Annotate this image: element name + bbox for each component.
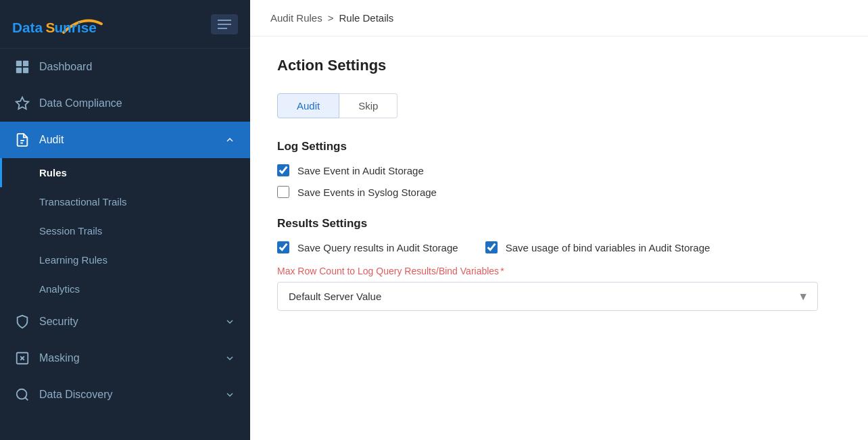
chevron-down-icon-masking	[224, 353, 235, 364]
chevron-down-icon-discovery	[224, 389, 235, 400]
sidebar-item-data-compliance[interactable]: Data Compliance	[0, 85, 250, 122]
sidebar: Data S unrise Dashboard Data Compliance …	[0, 0, 250, 440]
svg-point-13	[17, 389, 27, 399]
select-wrapper: Default Server Value ▼	[277, 282, 818, 311]
max-row-count-label: Max Row Count to Log Query Results/Bind …	[277, 266, 841, 276]
page-title: Action Settings	[277, 57, 841, 74]
save-query-results-checkbox[interactable]	[277, 241, 289, 253]
breadcrumb-current: Rule Details	[339, 12, 393, 24]
file-icon	[15, 132, 30, 147]
save-events-syslog-checkbox[interactable]	[277, 186, 289, 198]
sidebar-subitem-session-trails[interactable]: Session Trails	[0, 216, 250, 245]
breadcrumb-separator: >	[328, 12, 334, 24]
field-label-text: Max Row Count to Log Query Results/Bind …	[277, 266, 499, 276]
sidebar-subitem-analytics-label: Analytics	[39, 283, 80, 295]
svg-rect-3	[16, 61, 22, 66]
sidebar-item-security[interactable]: Security	[0, 303, 250, 340]
svg-text:unrise: unrise	[54, 20, 96, 35]
svg-text:S: S	[46, 20, 55, 35]
sidebar-subitem-learning-rules-label: Learning Rules	[39, 254, 107, 266]
save-event-audit-checkbox[interactable]	[277, 164, 289, 176]
sidebar-item-data-discovery[interactable]: Data Discovery	[0, 376, 250, 413]
svg-line-14	[25, 397, 28, 400]
sidebar-subitem-analytics[interactable]: Analytics	[0, 274, 250, 303]
sidebar-subitem-rules-label: Rules	[39, 167, 67, 178]
save-event-audit-label: Save Event in Audit Storage	[297, 165, 424, 176]
sidebar-item-data-compliance-label: Data Compliance	[39, 97, 122, 109]
max-row-count-select[interactable]: Default Server Value	[277, 282, 818, 311]
checkbox-row-syslog-storage: Save Events in Syslog Storage	[277, 186, 841, 198]
masking-icon	[15, 351, 30, 366]
hamburger-button[interactable]	[211, 14, 238, 34]
tab-skip[interactable]: Skip	[339, 93, 397, 118]
results-settings-group: Results Settings Save Query results in A…	[277, 217, 841, 311]
content-area: Action Settings Audit Skip Log Settings …	[250, 36, 868, 350]
chevron-up-icon	[224, 135, 235, 145]
search-icon	[15, 387, 30, 402]
sidebar-header: Data S unrise	[0, 0, 250, 49]
logo: Data S unrise	[12, 11, 120, 38]
sidebar-item-masking-label: Masking	[39, 352, 80, 364]
chevron-down-icon	[224, 316, 235, 327]
sidebar-item-dashboard[interactable]: Dashboard	[0, 49, 250, 85]
sidebar-subitem-transactional-trails[interactable]: Transactional Trails	[0, 187, 250, 216]
svg-rect-4	[23, 61, 28, 66]
svg-rect-5	[16, 68, 22, 73]
action-tabs: Audit Skip	[277, 93, 841, 118]
sidebar-item-audit[interactable]: Audit	[0, 122, 250, 158]
sidebar-item-dashboard-label: Dashboard	[39, 61, 92, 73]
sidebar-item-data-discovery-label: Data Discovery	[39, 389, 112, 401]
svg-text:Data: Data	[12, 20, 43, 35]
grid-icon	[15, 59, 30, 74]
sidebar-subitem-rules[interactable]: Rules	[0, 158, 250, 187]
shield-icon	[15, 314, 30, 329]
save-bind-variables-checkbox[interactable]	[485, 241, 498, 253]
sidebar-subitem-transactional-trails-label: Transactional Trails	[39, 196, 127, 207]
checkbox-row-query-results: Save Query results in Audit Storage	[277, 241, 458, 253]
star-icon	[15, 96, 30, 111]
svg-marker-7	[16, 97, 28, 109]
sidebar-item-masking[interactable]: Masking	[0, 340, 250, 376]
checkbox-row-bind-variables: Save usage of bind variables in Audit St…	[485, 241, 710, 253]
breadcrumb-parent[interactable]: Audit Rules	[270, 12, 322, 24]
logo-svg: Data S unrise	[12, 11, 120, 38]
results-checkboxes-row: Save Query results in Audit Storage Save…	[277, 241, 841, 253]
results-settings-title: Results Settings	[277, 217, 841, 230]
breadcrumb: Audit Rules > Rule Details	[250, 0, 868, 36]
save-query-results-label: Save Query results in Audit Storage	[297, 242, 458, 253]
main-content: Audit Rules > Rule Details Action Settin…	[250, 0, 868, 440]
max-row-count-field: Max Row Count to Log Query Results/Bind …	[277, 266, 841, 311]
log-settings-group: Log Settings Save Event in Audit Storage…	[277, 140, 841, 198]
sidebar-subitem-session-trails-label: Session Trails	[39, 225, 102, 237]
log-settings-title: Log Settings	[277, 140, 841, 153]
required-asterisk: *	[500, 266, 504, 276]
checkbox-row-audit-storage: Save Event in Audit Storage	[277, 164, 841, 176]
save-bind-variables-label: Save usage of bind variables in Audit St…	[506, 242, 710, 253]
sidebar-subitem-learning-rules[interactable]: Learning Rules	[0, 245, 250, 274]
save-events-syslog-label: Save Events in Syslog Storage	[297, 187, 437, 198]
tab-audit[interactable]: Audit	[277, 93, 339, 118]
sidebar-item-security-label: Security	[39, 316, 78, 328]
sidebar-item-audit-label: Audit	[39, 134, 64, 146]
svg-rect-6	[23, 68, 28, 73]
